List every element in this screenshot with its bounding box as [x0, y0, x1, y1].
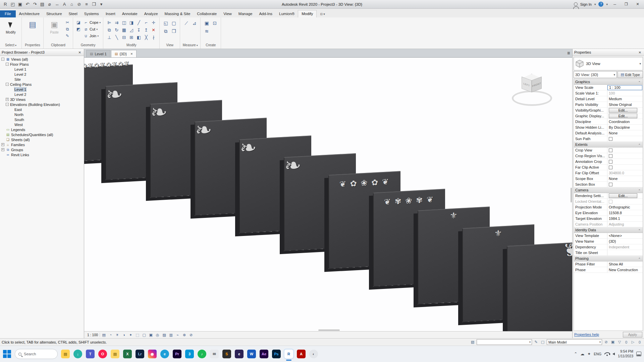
tree-south[interactable]: South: [0, 117, 84, 122]
tree-elevations[interactable]: Elevations (Building Elevation): [0, 102, 84, 107]
join-tool[interactable]: ∪ Join: [83, 33, 101, 39]
type-selector-caret-icon[interactable]: ▾: [639, 62, 641, 65]
unpin-tool-icon[interactable]: ↥: [143, 26, 150, 34]
create-group-icon[interactable]: ▣: [203, 19, 210, 27]
property-value[interactable]: Adjusting: [607, 222, 643, 227]
apply-button[interactable]: Apply: [623, 332, 642, 338]
view-selector-combo[interactable]: 3D View: {3D}: [574, 71, 617, 78]
align-tool-icon[interactable]: ⊫: [106, 19, 113, 26]
help-icon[interactable]: ?: [598, 2, 603, 7]
lightroom-icon[interactable]: Lr: [136, 350, 144, 358]
help-caret-icon[interactable]: ▾: [606, 3, 608, 6]
tab-steel[interactable]: Steel: [65, 10, 81, 17]
view-tab-3d[interactable]: ▤ {3D} ✕: [111, 50, 137, 57]
acrobat-icon[interactable]: A: [297, 350, 306, 358]
edit-type-button[interactable]: Edit Type: [618, 71, 643, 78]
tab-collaborate[interactable]: Collaborate: [194, 10, 220, 17]
volume-icon[interactable]: [612, 353, 615, 355]
taskbar-clock[interactable]: 9:54 PM 1/11/2023: [618, 349, 633, 358]
revit-logo-icon[interactable]: R: [2, 1, 9, 8]
dimension-icon[interactable]: ⊿: [191, 19, 198, 27]
save-icon[interactable]: ▣: [17, 1, 23, 8]
property-value[interactable]: Medium: [607, 96, 643, 102]
property-value[interactable]: [607, 153, 643, 159]
download-manager-icon[interactable]: ↓: [73, 350, 82, 358]
edge-icon[interactable]: e: [160, 350, 169, 358]
measure-icon[interactable]: ⌀: [46, 1, 53, 8]
revit-icon[interactable]: R: [284, 350, 293, 358]
tree-expand-toggle[interactable]: [1, 148, 4, 151]
tree-floor-level1[interactable]: Level 1: [0, 67, 84, 72]
tree-revit-links[interactable]: Revit Links: [0, 152, 84, 157]
property-value[interactable]: 1984.1: [607, 216, 643, 221]
tab-insert[interactable]: Insert: [102, 10, 119, 17]
tree-expand-toggle[interactable]: [6, 63, 9, 66]
editable-only-icon[interactable]: ✎: [533, 340, 539, 345]
thin-lines-icon[interactable]: ≡: [83, 1, 90, 8]
customize-qat-icon[interactable]: ▾: [98, 1, 105, 8]
user-account-icon[interactable]: [574, 2, 578, 6]
property-value[interactable]: Coordination: [607, 119, 643, 124]
worksets-icon[interactable]: ▧: [470, 340, 475, 345]
tree-legends[interactable]: Legends: [0, 127, 84, 132]
tab-structure[interactable]: Structure: [43, 10, 65, 17]
copy-tool-icon[interactable]: ⧉: [106, 26, 113, 34]
word-icon[interactable]: W: [247, 350, 256, 358]
mirror-pick-axis-icon[interactable]: ◫: [120, 19, 127, 26]
copilot-icon[interactable]: ◐: [309, 350, 318, 358]
analytical-model-icon[interactable]: ⌁: [175, 332, 180, 338]
reveal-hidden-icon[interactable]: ◎: [155, 332, 160, 338]
tree-floor-level2[interactable]: Level 2: [0, 72, 84, 77]
tree-expand-toggle[interactable]: [1, 58, 4, 61]
view-tab-close-icon[interactable]: ✕: [130, 52, 133, 56]
cope-tool[interactable]: ⌐ Cope: [83, 19, 101, 25]
rendering-dialog-icon[interactable]: ✦: [128, 332, 133, 338]
property-value[interactable]: <None>: [607, 233, 643, 238]
folder-icon[interactable]: ▤: [111, 350, 119, 358]
aligned-dimension-icon[interactable]: ↔: [54, 1, 60, 8]
constraints-icon[interactable]: ⊕: [181, 332, 187, 338]
security-icon[interactable]: ✦: [587, 352, 591, 356]
tree-schedules[interactable]: Schedules/Quantities (all): [0, 132, 84, 137]
property-value[interactable]: [607, 159, 643, 164]
start-button[interactable]: [3, 350, 11, 358]
property-value[interactable]: By Discipline: [607, 125, 643, 130]
horizontal-scrollbar-thumb[interactable]: [318, 329, 340, 331]
minimize-button[interactable]: ─: [610, 1, 619, 7]
eclipse-icon[interactable]: e: [235, 350, 244, 358]
tree-expand-toggle[interactable]: [6, 83, 9, 86]
tree-west[interactable]: West: [0, 122, 84, 127]
hide-window-icon[interactable]: ◱: [162, 19, 169, 27]
file-explorer-icon[interactable]: ▤: [61, 350, 70, 358]
tab-file[interactable]: File: [0, 10, 16, 17]
rotate-tool-icon[interactable]: ↻: [113, 26, 120, 34]
instagram-icon[interactable]: ◉: [148, 350, 157, 358]
property-value[interactable]: 1 : 100: [607, 85, 642, 90]
excel-icon[interactable]: X: [123, 350, 132, 358]
property-value[interactable]: Orthographic: [607, 204, 643, 210]
cut-icon[interactable]: ✂: [64, 19, 70, 25]
linework-icon[interactable]: ╲: [113, 34, 120, 41]
property-value[interactable]: [607, 250, 643, 255]
tree-expand-toggle[interactable]: [6, 98, 9, 101]
tab-view[interactable]: View: [220, 10, 235, 17]
wifi-icon[interactable]: [604, 352, 609, 356]
view-cube-compass-ring[interactable]: [512, 90, 552, 106]
cut-tool[interactable]: ⧄ Cut: [83, 26, 101, 32]
select-panel-label[interactable]: Select: [2, 43, 19, 49]
tree-ceiling-level1[interactable]: Level 1: [0, 87, 84, 92]
paint-geometry-icon[interactable]: ◧: [135, 34, 142, 41]
select-arrow-icon[interactable]: ▷: [630, 340, 636, 345]
trim-extend-icon[interactable]: ⌐: [143, 19, 150, 26]
tree-expand-toggle[interactable]: [1, 143, 4, 146]
create-similar-icon[interactable]: ⊡: [211, 19, 218, 27]
after-effects-icon[interactable]: Ae: [260, 350, 268, 358]
legend-component-icon[interactable]: ≋: [203, 27, 210, 35]
active-workset-combo[interactable]: [477, 339, 532, 345]
property-value[interactable]: Edit...: [609, 114, 637, 118]
tab-modify[interactable]: Modify: [298, 10, 317, 17]
tab-analyze[interactable]: Analyze: [141, 10, 161, 17]
split-face-icon[interactable]: ∤: [150, 34, 157, 41]
pin-tool-icon[interactable]: ↧: [135, 26, 142, 34]
sun-path-icon[interactable]: ☀: [114, 332, 120, 338]
